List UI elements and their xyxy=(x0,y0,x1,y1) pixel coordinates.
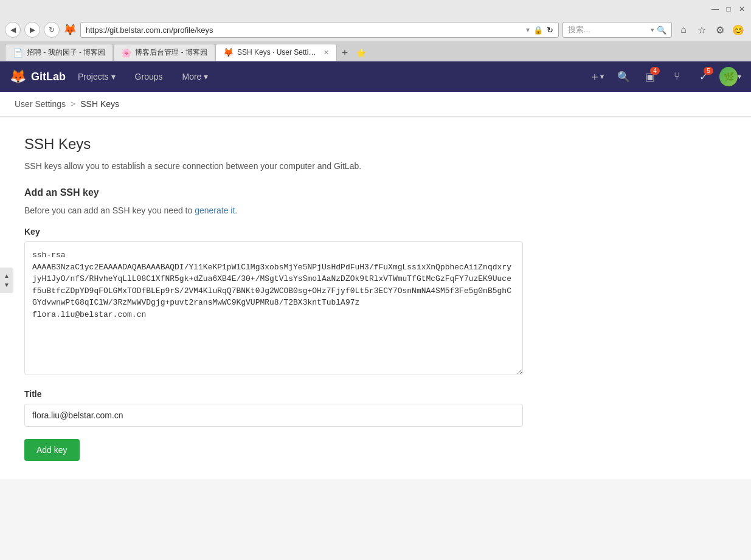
key-field-label: Key xyxy=(24,227,523,237)
browser-titlebar: — □ ✕ xyxy=(0,0,751,18)
address-bar[interactable]: https://git.belstar.com.cn/profile/keys … xyxy=(80,22,559,38)
search-placeholder-text: 搜索... xyxy=(568,24,590,35)
search-bar[interactable]: 搜索... ▾ 🔍 xyxy=(562,22,672,38)
tab2-label: 博客后台管理 - 博客园 xyxy=(135,47,207,58)
browser-toolbar: ◀ ▶ ↻ 🦊 https://git.belstar.com.cn/profi… xyxy=(0,18,751,41)
new-tab-button[interactable]: + xyxy=(337,45,353,61)
close-window-button[interactable]: ✕ xyxy=(738,5,746,13)
page-body: SSH Keys SSH keys allow you to establish… xyxy=(0,117,547,479)
breadcrumb-parent-link[interactable]: User Settings xyxy=(15,99,66,109)
page-title: SSH Keys xyxy=(24,136,523,153)
breadcrumb: User Settings > SSH Keys xyxy=(0,92,751,117)
key-field-group: Key ssh-rsa AAAAB3NzaC1yc2EAAAADAQABAAAB… xyxy=(24,227,523,377)
title-field-group: Title xyxy=(24,389,523,427)
tab3-label: SSH Keys · User Settings · G... xyxy=(237,48,317,57)
settings-icon[interactable]: ⚙ xyxy=(712,22,728,38)
more-label: More xyxy=(182,72,202,81)
gitlab-navbar: 🦊 GitLab Projects ▾ Groups More ▾ ＋ ▾ 🔍 … xyxy=(0,61,751,92)
tab3-favicon: 🦊 xyxy=(223,47,234,57)
breadcrumb-current: SSH Keys xyxy=(80,99,119,109)
plus-icon: ＋ xyxy=(589,69,600,84)
todos-nav-button[interactable]: ✓ 5 xyxy=(693,66,715,88)
add-key-button[interactable]: Add key xyxy=(24,439,80,461)
gitlab-logo[interactable]: 🦊 GitLab xyxy=(10,69,66,85)
title-input[interactable] xyxy=(24,404,523,427)
groups-label: Groups xyxy=(135,72,163,81)
tab1-label: 招聘 - 我的园子 - 博客园 xyxy=(27,47,105,58)
browser-tab-3[interactable]: 🦊 SSH Keys · User Settings · G... ✕ xyxy=(215,44,337,61)
gitlab-logo-text: GitLab xyxy=(31,71,66,83)
address-dropdown-icon[interactable]: ▾ xyxy=(526,26,530,34)
search-nav-button[interactable]: 🔍 xyxy=(612,66,634,88)
plus-chevron-icon: ▾ xyxy=(600,72,604,81)
sidebar-scroll-indicator[interactable]: ▲ ▼ xyxy=(0,268,13,293)
todo-badge: 5 xyxy=(704,67,713,75)
breadcrumb-separator: > xyxy=(71,99,75,109)
more-nav-link[interactable]: More ▾ xyxy=(175,61,216,92)
browser-tabs: 📄 招聘 - 我的园子 - 博客园 🌸 博客后台管理 - 博客园 🦊 SSH K… xyxy=(0,41,751,61)
page-description: SSH keys allow you to establish a secure… xyxy=(24,160,523,173)
sidebar-down-icon: ▼ xyxy=(4,282,10,288)
add-ssh-key-description: Before you can add an SSH key you need t… xyxy=(24,204,523,217)
refresh-button[interactable]: ↻ xyxy=(44,22,60,38)
lock-icon: 🔒 xyxy=(533,26,543,35)
maximize-button[interactable]: □ xyxy=(724,5,733,13)
add-key-desc-prefix: Before you can add an SSH key you need t… xyxy=(24,206,195,215)
reload-icon[interactable]: ↻ xyxy=(547,26,553,35)
address-text: https://git.belstar.com.cn/profile/keys xyxy=(86,26,522,35)
bookmark-icon[interactable]: ☆ xyxy=(694,22,710,38)
user-chevron-icon: ▾ xyxy=(738,72,741,81)
generate-it-link[interactable]: generate it. xyxy=(195,206,237,215)
bookmark-star-icon[interactable]: ⭐ xyxy=(353,45,369,61)
smiley-icon[interactable]: 😊 xyxy=(730,22,746,38)
browser-logo-icon: 🦊 xyxy=(63,23,77,36)
title-field-label: Title xyxy=(24,389,523,399)
projects-nav-link[interactable]: Projects ▾ xyxy=(71,61,123,92)
home-icon[interactable]: ⌂ xyxy=(676,22,691,38)
tab1-favicon: 📄 xyxy=(13,48,23,58)
avatar: 🌿 xyxy=(719,67,738,86)
fork-icon: ⑂ xyxy=(674,71,680,83)
todos-button[interactable]: ▣ 4 xyxy=(639,66,661,88)
tab3-close-button[interactable]: ✕ xyxy=(324,49,329,57)
groups-nav-link[interactable]: Groups xyxy=(128,61,170,92)
device-badge: 4 xyxy=(650,67,660,75)
back-button[interactable]: ◀ xyxy=(5,22,21,38)
user-menu-button[interactable]: 🌿 ▾ xyxy=(719,66,741,88)
search-dropdown-icon[interactable]: ▾ xyxy=(651,26,654,34)
forward-button[interactable]: ▶ xyxy=(24,22,40,38)
browser-tab-2[interactable]: 🌸 博客后台管理 - 博客园 xyxy=(113,44,215,61)
tab2-favicon: 🌸 xyxy=(121,48,131,58)
add-ssh-key-section-title: Add an SSH key xyxy=(24,187,523,198)
main-content: User Settings > SSH Keys SSH Keys SSH ke… xyxy=(0,92,751,479)
projects-chevron-icon: ▾ xyxy=(111,72,116,81)
toolbar-icons: ⌂ ☆ ⚙ 😊 xyxy=(676,22,746,38)
merge-requests-button[interactable]: ⑂ xyxy=(666,66,688,88)
projects-label: Projects xyxy=(78,72,109,81)
more-chevron-icon: ▾ xyxy=(204,72,208,81)
minimize-button[interactable]: — xyxy=(711,5,719,13)
sidebar-up-icon: ▲ xyxy=(4,272,10,279)
plus-menu-button[interactable]: ＋ ▾ xyxy=(586,66,607,88)
browser-chrome: — □ ✕ ◀ ▶ ↻ 🦊 https://git.belstar.com.cn… xyxy=(0,0,751,61)
search-nav-icon: 🔍 xyxy=(617,71,630,83)
search-icon: 🔍 xyxy=(657,26,666,35)
key-textarea[interactable]: ssh-rsa AAAAB3NzaC1yc2EAAAADAQABAAABAQDI… xyxy=(24,241,523,375)
browser-tab-1[interactable]: 📄 招聘 - 我的园子 - 博客园 xyxy=(5,44,113,61)
gitlab-fox-icon: 🦊 xyxy=(10,69,26,85)
